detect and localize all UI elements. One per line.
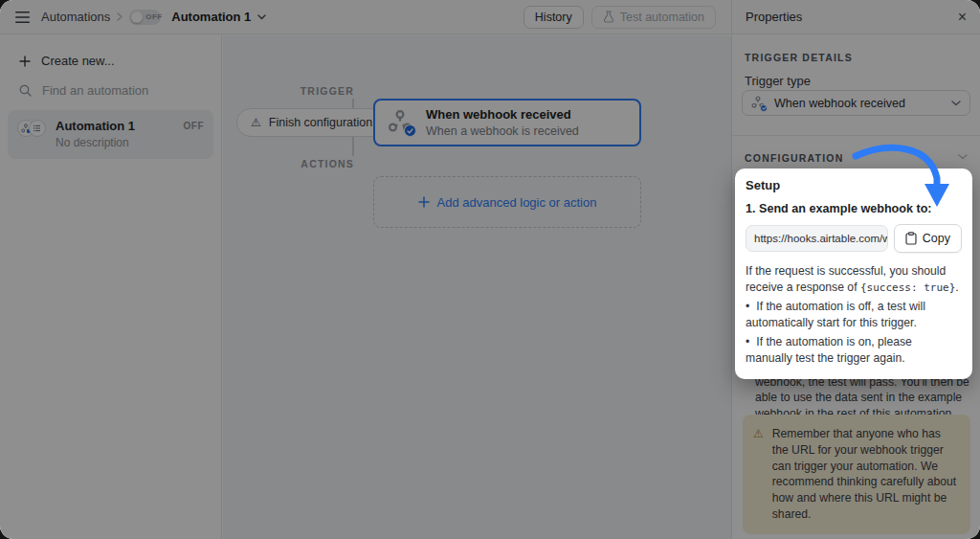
bullet-icon: • [746,300,749,313]
airtable-automations-window: Automations OFF Automation 1 History Tes… [0,0,980,539]
copy-label: Copy [923,232,950,245]
bullet-1-text: If the automation is off, a test will au… [746,300,925,329]
webhook-url-field[interactable]: https://hooks.airtable.com/wo [746,225,888,252]
clipboard-icon [905,232,917,245]
setup-heading: Setup [746,178,962,192]
copy-button[interactable]: Copy [894,224,962,253]
bullet-icon: • [746,335,749,348]
setup-bullet-1: •If the automation is off, a test will a… [746,299,962,331]
setup-bullet-2: •If the automation is on, please manuall… [746,334,962,367]
bullet-2-text: If the automation is on, please manually… [746,335,912,365]
response-text-after: . [955,281,958,294]
response-hint-text: If the request is successful, you should… [746,263,962,296]
setup-spotlight-card: Setup 1. Send an example webhook to: htt… [735,168,972,379]
response-code: {success: true} [860,281,955,294]
webhook-url-row: https://hooks.airtable.com/wo Copy [746,224,962,253]
send-webhook-step-label: 1. Send an example webhook to: [746,202,962,215]
